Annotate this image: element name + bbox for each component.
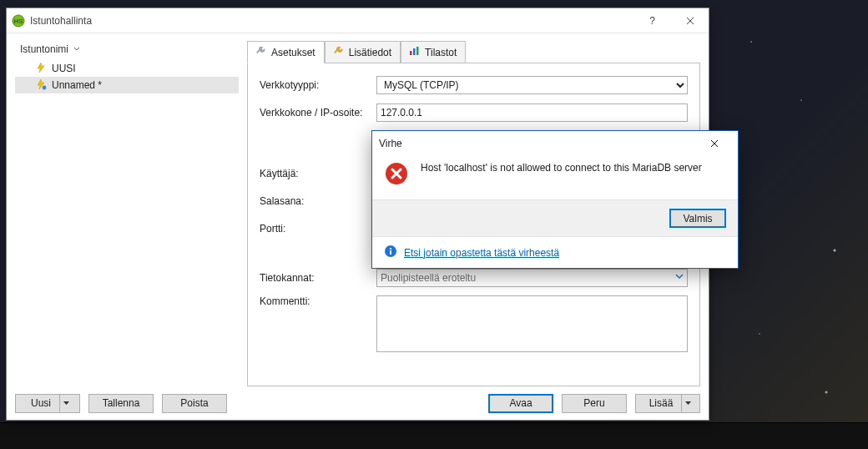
comment-label: Kommentti: [260, 295, 376, 307]
button-label: Poista [180, 397, 208, 409]
sidebar: Istuntonimi UUSI Unnamed * [15, 40, 239, 386]
tab-label: Asetukset [271, 47, 315, 58]
host-input[interactable] [376, 103, 688, 122]
error-icon [384, 161, 409, 186]
open-button[interactable]: Avaa [488, 394, 553, 413]
error-help-link[interactable]: Etsi jotain opastetta tästä virheestä [404, 247, 559, 259]
info-icon [384, 245, 397, 260]
more-button[interactable]: Lisää [635, 394, 700, 413]
button-label: Valmis [683, 213, 712, 224]
user-label: Käyttäjä: [260, 168, 376, 179]
tab-stats[interactable]: Tilastot [401, 41, 466, 63]
tree-item-label: UUSI [52, 63, 76, 74]
window-title: Istuntohallinta [30, 15, 92, 27]
password-label: Salasana: [260, 195, 376, 207]
bottom-bar: Uusi Tallenna Poista Avaa Peru Lisää [7, 386, 709, 420]
button-label: Lisää [641, 395, 682, 412]
save-button[interactable]: Tallenna [88, 394, 154, 413]
databases-input[interactable] [376, 269, 688, 287]
titlebar: HS Istuntohallinta ? [7, 8, 709, 33]
button-label: Peru [583, 397, 604, 409]
svg-rect-5 [416, 47, 419, 55]
svg-rect-4 [413, 48, 416, 55]
svg-rect-3 [410, 51, 412, 55]
tab-advanced[interactable]: Lisätiedot [325, 41, 401, 63]
lightning-icon [35, 62, 47, 76]
svg-point-2 [43, 85, 47, 89]
session-tree: UUSI Unnamed * [15, 58, 239, 386]
sidebar-header-label: Istuntonimi [20, 43, 68, 55]
button-label: Tallenna [103, 397, 140, 409]
wrench-icon [332, 45, 344, 59]
svg-rect-9 [390, 248, 391, 250]
tree-item[interactable]: UUSI [15, 60, 239, 77]
dialog-ok-button[interactable]: Valmis [669, 209, 726, 228]
error-message: Host 'localhost' is not allowed to conne… [421, 161, 702, 186]
lightning-edit-icon [35, 78, 47, 93]
svg-text:HS: HS [13, 18, 23, 25]
cancel-button[interactable]: Peru [562, 394, 627, 413]
network-type-label: Verkkotyyppi: [260, 79, 376, 91]
taskbar [0, 422, 868, 449]
host-label: Verkkokone / IP-osoite: [260, 107, 376, 119]
dialog-title: Virhe [379, 138, 402, 149]
chevron-down-icon [73, 43, 80, 55]
tab-settings[interactable]: Asetukset [247, 41, 325, 63]
comment-textarea[interactable] [376, 295, 688, 352]
chevron-down-icon[interactable] [59, 395, 73, 412]
dialog-titlebar: Virhe [372, 131, 738, 156]
tabs: Asetukset Lisätiedot Tilastot [247, 40, 700, 63]
button-label: Avaa [509, 397, 532, 409]
new-button[interactable]: Uusi [15, 394, 80, 413]
dialog-close-button[interactable] [698, 131, 731, 156]
tree-item-label: Unnamed * [52, 79, 102, 91]
tree-item[interactable]: Unnamed * [15, 77, 239, 93]
chevron-down-icon[interactable] [681, 395, 694, 412]
svg-rect-8 [390, 250, 391, 255]
delete-button[interactable]: Poista [162, 394, 227, 413]
bar-chart-icon [408, 45, 420, 59]
port-label: Portti: [260, 223, 376, 235]
app-icon: HS [12, 14, 25, 28]
wrench-icon [255, 45, 266, 59]
help-button[interactable]: ? [633, 8, 671, 33]
close-button[interactable] [671, 8, 709, 33]
tab-label: Lisätiedot [349, 47, 391, 58]
sidebar-header[interactable]: Istuntonimi [15, 40, 239, 58]
network-type-select[interactable]: MySQL (TCP/IP) [376, 76, 688, 94]
button-label: Uusi [23, 395, 59, 412]
tab-label: Tilastot [425, 47, 457, 58]
error-dialog: Virhe Host 'localhost' is not allowed to… [371, 130, 739, 269]
databases-label: Tietokannat: [260, 272, 376, 284]
